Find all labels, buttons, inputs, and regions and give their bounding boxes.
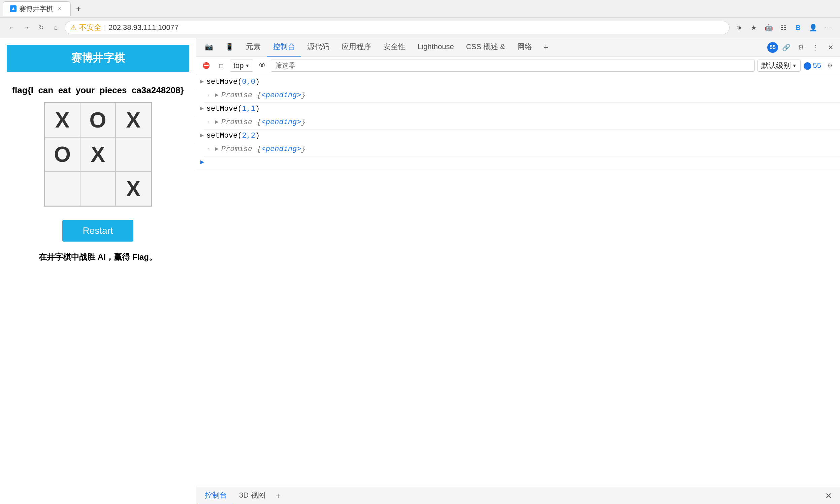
console-row-promise-1: ← ► Promise {<pending>}	[204, 116, 840, 129]
eye-icon-button[interactable]: 👁	[256, 60, 268, 71]
cell-1-1[interactable]: X	[80, 137, 116, 172]
console-settings-button[interactable]: ⚙	[824, 59, 836, 72]
expand-icon-0[interactable]: ►	[200, 78, 204, 85]
bottom-tab-console[interactable]: 控制台	[199, 487, 233, 504]
devtools-bottombar: 控制台 3D 视图 + ✕	[196, 487, 840, 504]
star-icon: ★	[751, 23, 757, 32]
separator: |	[104, 24, 106, 32]
promise-text-1: Promise {<pending>}	[221, 118, 306, 126]
devtools-tab-lighthouse[interactable]: Lighthouse	[412, 38, 460, 57]
cell-2-2[interactable]: X	[116, 172, 151, 206]
console-row-setmove-2-2: ► setMove(2,2)	[196, 129, 840, 143]
console-badge: ⬤ 55	[803, 61, 821, 70]
log-level-dropdown-icon: ▼	[792, 63, 797, 68]
reload-button[interactable]: ↻	[35, 21, 47, 34]
profile-button[interactable]: 👤	[806, 21, 820, 34]
console-cursor-icon: ►	[200, 159, 204, 166]
clear-icon: ⛔	[202, 62, 210, 69]
favorites-button[interactable]: ★	[747, 21, 760, 34]
browser-toolbar: 🕩 ★ 🤖 ☷ B 👤 ⋯	[732, 21, 835, 34]
browser-tabbar: ♟ 赛博井字棋 × +	[0, 0, 840, 18]
address-url: 202.38.93.111:10077	[108, 23, 178, 32]
left-arrow-icon-1: ←	[208, 118, 212, 126]
clear-console-button[interactable]: ⛔	[200, 59, 212, 72]
back-icon: ←	[8, 24, 15, 31]
devtools-tab-mobile[interactable]: 📱	[219, 38, 240, 57]
console-output: ► setMove(0,0) ← ► Promise {<pending>} ►…	[196, 74, 840, 487]
cell-2-1[interactable]	[80, 172, 116, 206]
context-selector[interactable]: top ▼	[230, 59, 253, 72]
console-row-setmove-1-1: ► setMove(1,1)	[196, 103, 840, 116]
new-tab-button[interactable]: +	[72, 0, 85, 18]
devtools-tab-network[interactable]: 网络	[511, 38, 538, 57]
cell-0-1[interactable]: O	[80, 103, 116, 137]
expand-promise-2[interactable]: ►	[215, 145, 219, 152]
left-arrow-icon-2: ←	[208, 145, 212, 153]
network-label: 网络	[517, 42, 532, 52]
devtools-close-button[interactable]: ✕	[824, 41, 837, 54]
devtools-tab-css[interactable]: CSS 概述 &	[460, 38, 511, 57]
browser-collections-button[interactable]: ☷	[777, 21, 790, 34]
cell-0-0[interactable]: X	[45, 103, 80, 137]
promise-text-0: Promise {<pending>}	[221, 91, 306, 100]
address-bar[interactable]: ⚠ 不安全 | 202.38.93.111:10077	[65, 21, 730, 34]
bing-button[interactable]: B	[791, 21, 805, 34]
add-devtools-tab-button[interactable]: +	[539, 38, 552, 57]
devtools-tab-console[interactable]: 控制台	[267, 38, 301, 57]
console-fn-text: setMove(0,0)	[206, 78, 260, 86]
expand-promise-1[interactable]: ►	[215, 118, 219, 126]
context-label: top	[234, 61, 244, 70]
close-panel-icon: ✕	[825, 491, 832, 501]
devtools-close-panel-button[interactable]: ✕	[820, 487, 837, 504]
copilot-button[interactable]: 🤖	[762, 21, 775, 34]
add-tab-icon: +	[544, 43, 548, 52]
application-label: 应用程序	[342, 42, 371, 52]
bing-icon: B	[796, 24, 801, 32]
collections-icon: ☷	[781, 23, 786, 32]
forward-button[interactable]: →	[20, 21, 32, 34]
tab-close-button[interactable]: ×	[55, 5, 64, 13]
browser-tab[interactable]: ♟ 赛博井字棋 ×	[3, 1, 71, 16]
back-button[interactable]: ←	[5, 21, 18, 34]
settings-icon: ⚙	[798, 43, 804, 52]
cell-2-0[interactable]	[45, 172, 80, 206]
notification-badge: 55	[767, 42, 778, 53]
devtools-tab-application[interactable]: 应用程序	[336, 38, 377, 57]
bottom-tab-3d[interactable]: 3D 视图	[233, 487, 272, 504]
devtools-share-button[interactable]: 🔗	[779, 41, 793, 54]
lighthouse-label: Lighthouse	[418, 42, 454, 51]
log-level-selector[interactable]: 默认级别 ▼	[757, 59, 801, 72]
game-instruction: 在井字棋中战胜 AI，赢得 Flag。	[39, 252, 157, 263]
security-text: 不安全	[79, 22, 101, 33]
console-row-setmove-0-0: ► setMove(0,0)	[196, 76, 840, 89]
cell-1-2[interactable]	[116, 137, 151, 172]
menu-button[interactable]: ⋯	[821, 21, 835, 34]
game-board: X O X O X X	[44, 102, 152, 206]
cell-1-0[interactable]: O	[45, 137, 80, 172]
flag-display: flag{I_can_eat_your_pieces_ca3a248208}	[12, 85, 184, 95]
left-arrow-icon-0: ←	[208, 91, 212, 99]
devtools-tab-screenshot[interactable]: 📷	[199, 38, 219, 57]
restart-button[interactable]: Restart	[62, 220, 133, 241]
profile-icon: 👤	[809, 23, 818, 32]
devtools-tab-security[interactable]: 安全性	[377, 38, 412, 57]
devtools-tab-sources[interactable]: 源代码	[301, 38, 336, 57]
bottom-add-panel-button[interactable]: +	[272, 487, 285, 504]
devtools-more-button[interactable]: ⋮	[809, 41, 822, 54]
devtools-settings-button[interactable]: ⚙	[794, 41, 808, 54]
devtools-toolbar: ⛔ ◻ top ▼ 👁 默认级别 ▼ ⬤ 55 ⚙	[196, 57, 840, 74]
expand-icon-2[interactable]: ►	[200, 131, 204, 139]
devtools-tab-elements[interactable]: 元素	[240, 38, 267, 57]
home-button[interactable]: ⌂	[50, 21, 62, 34]
cell-0-2[interactable]: X	[116, 103, 151, 137]
expand-promise-0[interactable]: ►	[215, 91, 219, 98]
filter-icon-button[interactable]: ◻	[215, 59, 227, 72]
mobile-icon: 📱	[225, 43, 234, 51]
expand-icon-1[interactable]: ►	[200, 105, 204, 112]
devtools-tab-bar: 📷 📱 元素 控制台 源代码 应用程序 安全性 Lighthouse	[196, 38, 840, 57]
read-aloud-button[interactable]: 🕩	[732, 21, 746, 34]
console-fn-text-1: setMove(1,1)	[206, 105, 260, 113]
log-level-label: 默认级别	[761, 60, 791, 71]
console-filter-input[interactable]	[271, 59, 754, 72]
tab-favicon: ♟	[10, 5, 17, 12]
